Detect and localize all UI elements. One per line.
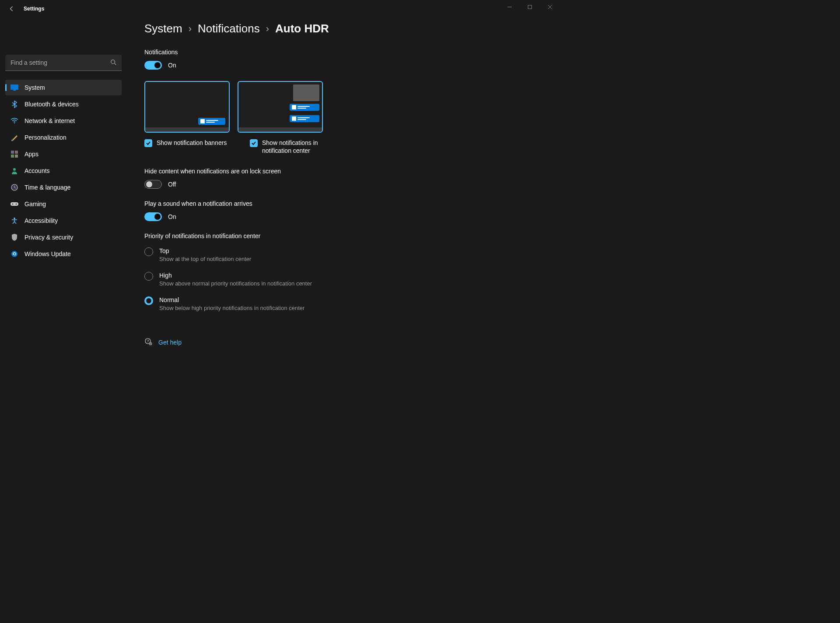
radio-high[interactable]: High Show above normal priority notifica… xyxy=(144,272,542,287)
svg-rect-10 xyxy=(11,151,14,154)
maximize-button[interactable] xyxy=(520,0,540,14)
svg-rect-18 xyxy=(10,202,18,206)
search-icon xyxy=(110,59,116,67)
notifications-toggle[interactable] xyxy=(144,61,162,70)
sidebar-item-privacy[interactable]: Privacy & security xyxy=(5,229,122,245)
sidebar-item-system[interactable]: System xyxy=(5,80,122,95)
back-button[interactable] xyxy=(9,6,15,12)
get-help-link[interactable]: ? Get help xyxy=(144,338,542,347)
hide-content-toggle[interactable] xyxy=(144,180,162,189)
sidebar-item-label: Privacy & security xyxy=(24,234,73,241)
svg-point-4 xyxy=(111,60,115,63)
checkbox-label: Show notifications in notification cente… xyxy=(262,139,335,155)
svg-rect-6 xyxy=(10,84,18,90)
breadcrumb-system[interactable]: System xyxy=(144,22,182,35)
search-input[interactable] xyxy=(5,55,122,71)
display-icon xyxy=(10,84,18,92)
gamepad-icon xyxy=(10,200,18,208)
help-label: Get help xyxy=(158,339,182,346)
sidebar-item-accessibility[interactable]: Accessibility xyxy=(5,213,122,229)
svg-line-5 xyxy=(115,63,116,65)
svg-point-19 xyxy=(12,204,14,205)
radio-label: Normal xyxy=(159,296,304,303)
sidebar-item-label: Personalization xyxy=(24,134,66,141)
sidebar-item-apps[interactable]: Apps xyxy=(5,146,122,162)
svg-rect-7 xyxy=(13,90,16,91)
play-sound-toggle[interactable] xyxy=(144,212,162,221)
breadcrumb: System › Notifications › Auto HDR xyxy=(144,22,542,35)
preview-banner[interactable] xyxy=(144,81,230,133)
brush-icon xyxy=(10,134,18,141)
radio-description: Show at the top of notification center xyxy=(159,256,251,262)
sidebar-item-bluetooth[interactable]: Bluetooth & devices xyxy=(5,96,122,112)
chevron-right-icon: › xyxy=(266,23,269,35)
sidebar-item-update[interactable]: Windows Update xyxy=(5,246,122,262)
svg-point-21 xyxy=(14,218,15,219)
window-title: Settings xyxy=(24,6,44,12)
sidebar-item-label: Accessibility xyxy=(24,217,58,224)
hide-content-label: Hide content when notifications are on l… xyxy=(144,168,542,175)
sidebar-item-label: Gaming xyxy=(24,201,46,208)
minimize-button[interactable] xyxy=(500,0,520,14)
radio-indicator xyxy=(144,296,153,305)
play-sound-label: Play a sound when a notification arrives xyxy=(144,200,542,207)
help-icon: ? xyxy=(144,338,152,347)
svg-point-14 xyxy=(13,168,16,171)
radio-label: High xyxy=(159,272,312,279)
sidebar-item-personalization[interactable]: Personalization xyxy=(5,130,122,145)
toggle-state-label: Off xyxy=(168,181,176,188)
person-icon xyxy=(10,167,18,175)
radio-indicator xyxy=(144,247,153,256)
main-content: System › Notifications › Auto HDR Notifi… xyxy=(127,18,560,415)
radio-description: Show below high priority notifications i… xyxy=(159,305,304,311)
notifications-label: Notifications xyxy=(144,49,542,56)
shield-icon xyxy=(10,233,18,241)
sidebar: System Bluetooth & devices Network & int… xyxy=(0,18,127,415)
sidebar-item-label: Apps xyxy=(24,151,38,158)
radio-normal[interactable]: Normal Show below high priority notifica… xyxy=(144,296,542,311)
svg-point-20 xyxy=(16,204,17,205)
svg-text:?: ? xyxy=(147,339,149,343)
sidebar-item-label: Accounts xyxy=(24,167,50,174)
breadcrumb-current: Auto HDR xyxy=(275,22,329,35)
sidebar-item-label: Time & language xyxy=(24,184,70,191)
sidebar-item-label: System xyxy=(24,84,45,91)
priority-label: Priority of notifications in notificatio… xyxy=(144,232,542,239)
titlebar: Settings xyxy=(0,0,560,18)
sidebar-item-time[interactable]: Time & language xyxy=(5,180,122,195)
sidebar-item-accounts[interactable]: Accounts xyxy=(5,163,122,179)
svg-point-22 xyxy=(11,251,18,257)
sidebar-item-label: Bluetooth & devices xyxy=(24,101,79,108)
svg-rect-13 xyxy=(15,155,18,158)
svg-rect-9 xyxy=(11,140,13,141)
toggle-state-label: On xyxy=(168,62,176,69)
clock-icon xyxy=(10,183,18,191)
preview-center[interactable] xyxy=(238,81,323,133)
chevron-right-icon: › xyxy=(189,23,192,35)
sidebar-item-label: Network & internet xyxy=(24,117,75,124)
bluetooth-icon xyxy=(10,100,18,108)
accessibility-icon xyxy=(10,217,18,225)
sidebar-item-label: Windows Update xyxy=(24,250,71,257)
radio-top[interactable]: Top Show at the top of notification cent… xyxy=(144,247,542,262)
radio-label: Top xyxy=(159,247,251,254)
window-controls xyxy=(500,0,560,14)
checkbox-label: Show notification banners xyxy=(157,139,227,147)
toggle-state-label: On xyxy=(168,213,176,220)
svg-rect-12 xyxy=(11,155,14,158)
svg-rect-1 xyxy=(528,5,532,9)
svg-point-8 xyxy=(14,123,15,123)
breadcrumb-notifications[interactable]: Notifications xyxy=(198,22,260,35)
show-center-checkbox[interactable] xyxy=(250,139,258,147)
update-icon xyxy=(10,250,18,258)
wifi-icon xyxy=(10,117,18,125)
radio-description: Show above normal priority notifications… xyxy=(159,280,312,287)
sidebar-item-network[interactable]: Network & internet xyxy=(5,113,122,129)
preview-cards xyxy=(144,81,542,133)
close-button[interactable] xyxy=(540,0,560,14)
svg-rect-11 xyxy=(15,151,18,154)
sidebar-item-gaming[interactable]: Gaming xyxy=(5,196,122,212)
apps-icon xyxy=(10,150,18,158)
radio-indicator xyxy=(144,272,153,281)
show-banners-checkbox[interactable] xyxy=(144,139,152,147)
